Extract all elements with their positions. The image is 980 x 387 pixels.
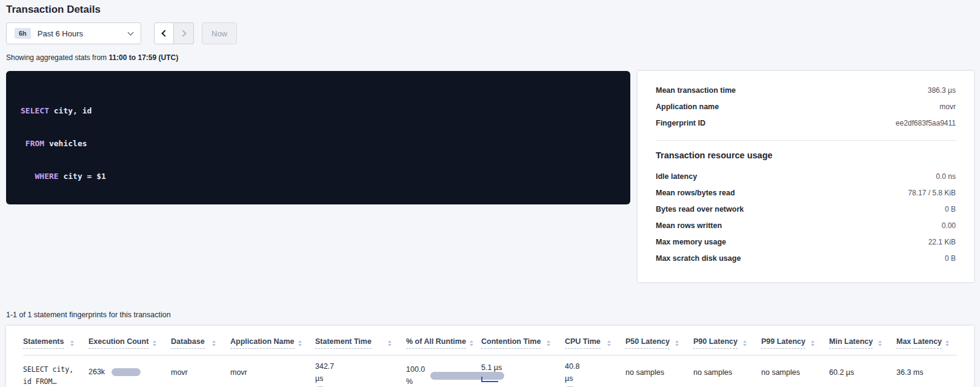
statement-time-value: 342.7 [315,360,406,372]
column-header-cpu-time[interactable]: CPU Time [565,337,601,349]
summary-row-fingerprint-id: Fingerprint ID ee2df683f5aa9411 [656,115,956,131]
chevron-down-icon [128,29,134,35]
caption-range: 11:00 to 17:59 (UTC) [108,53,178,62]
sql-line: WHERE city = $1 [21,171,616,182]
summary-row-application-name: Application name movr [656,98,956,115]
sort-icon[interactable] [470,340,473,346]
now-button[interactable]: Now [202,22,237,44]
execution-count-cell: 263k [88,355,171,376]
time-range-badge: 6h [15,28,31,39]
sort-icon[interactable] [70,340,74,346]
resource-row-idle-latency: Idle latency 0.0 ns [656,168,956,184]
table-header-row: Statements Execution Count Database Appl… [23,327,957,355]
chevron-left-icon [161,30,168,36]
time-controls: 6h Past 6 Hours Now [6,22,974,44]
sort-icon[interactable] [945,340,949,346]
column-header-statement-time[interactable]: Statement Time [315,337,372,349]
database-cell: movr [171,355,230,377]
resource-value: 0.00 [942,221,956,230]
transaction-details-page: Transaction Details 6h Past 6 Hours Now … [0,0,980,387]
column-header-p50-latency[interactable]: P50 Latency [625,337,670,349]
column-header-contention-time[interactable]: Contention Time [481,337,541,349]
column-header-p99-latency[interactable]: P99 Latency [761,337,805,349]
sort-icon[interactable] [878,340,882,346]
caption-prefix: Showing aggregated stats from [6,53,108,62]
cpu-time-value: 40.8 [565,360,625,372]
execution-count-value: 263k [88,368,105,376]
statements-table: Statements Execution Count Database Appl… [23,327,957,387]
summary-label: Application name [656,103,719,111]
sort-icon[interactable] [743,340,747,346]
sort-icon[interactable] [388,340,392,346]
resource-value: 0.0 ns [936,172,956,181]
max-latency-cell: 36.3 ms [896,355,957,377]
resource-value: 22.1 KiB [928,238,956,246]
column-header-max-latency[interactable]: Max Latency [896,337,942,349]
summary-value: ee2df683f5aa9411 [896,119,956,127]
percent-runtime-value: 100.0 [406,363,425,375]
column-header-min-latency[interactable]: Min Latency [829,337,873,349]
statement-fingerprints-caption: 1-1 of 1 statement fingerprints for this… [6,311,974,319]
sql-indent [21,172,35,181]
statement-time-unit: µs [315,372,406,385]
resource-usage-heading: Transaction resource usage [656,150,956,160]
sort-icon[interactable] [298,340,302,346]
application-name-cell: movr [230,355,315,377]
summary-row-mean-transaction-time: Mean transaction time 386.3 µs [656,82,956,98]
sql-line: SELECT city, id [21,106,616,116]
contention-time-cell: 5.1 µs [481,355,565,382]
resource-label: Max memory usage [656,238,726,246]
resource-label: Mean rows written [656,221,722,230]
aggregated-stats-caption: Showing aggregated stats from 11:00 to 1… [6,53,974,62]
sql-text: vehicles [44,139,87,148]
column-header-statements[interactable]: Statements [23,337,64,349]
column-header-database[interactable]: Database [171,337,205,349]
sql-text: city, id [49,106,92,115]
column-header-application-name[interactable]: Application Name [230,337,295,349]
sort-icon[interactable] [153,340,156,346]
page-title: Transaction Details [6,4,974,16]
percent-runtime-unit: % [406,375,425,387]
summary-divider [656,140,956,141]
sql-line: FROM vehicles [21,138,616,149]
sql-keyword: FROM [25,139,44,148]
sql-keyword: SELECT [21,106,49,115]
resource-value: 0 B [945,205,956,214]
sort-icon[interactable] [607,340,611,346]
contention-time-value: 5.1 µs [481,363,565,372]
resource-row-bytes-read-over-network: Bytes read over network 0 B [656,201,956,217]
chevron-right-icon [179,30,186,36]
p50-latency-cell: no samples [625,355,693,377]
execution-count-bar [112,368,141,376]
column-header-percent-runtime[interactable]: % of All Runtime [406,337,466,349]
p99-latency-cell: no samples [761,355,829,377]
sql-text: city = $1 [59,172,106,181]
table-row: SELECT city,id FROM… 263k movr movr 342.… [23,355,957,387]
resource-row-mean-rows-written: Mean rows written 0.00 [656,217,956,234]
sort-icon[interactable] [547,340,550,346]
resource-value: 78.17 / 5.8 KiB [908,189,956,197]
cpu-time-unit: µs [565,372,625,385]
resource-label: Mean rows/bytes read [656,189,735,197]
sql-keyword: WHERE [35,172,58,181]
transaction-summary-card: Mean transaction time 386.3 µs Applicati… [638,71,974,282]
column-header-execution-count[interactable]: Execution Count [88,337,148,349]
time-range-dropdown[interactable]: 6h Past 6 Hours [6,22,141,44]
sort-icon[interactable] [811,340,815,346]
column-header-p90-latency[interactable]: P90 Latency [693,337,738,349]
summary-label: Mean transaction time [656,86,736,95]
contention-time-bar [481,376,499,382]
resource-row-max-scratch-disk-usage: Max scratch disk usage 0 B [656,250,956,266]
resource-row-mean-rows-bytes-read: Mean rows/bytes read 78.17 / 5.8 KiB [656,184,956,201]
sort-icon[interactable] [212,340,216,346]
sort-icon[interactable] [675,340,679,346]
statement-time-cell: 342.7 µs [315,355,406,387]
resource-label: Max scratch disk usage [656,254,741,263]
previous-interval-button[interactable] [154,22,174,44]
next-interval-button[interactable] [174,22,194,44]
time-nav-group [154,22,194,44]
statement-link[interactable]: SELECT city,id FROM… [23,355,88,387]
resource-row-max-memory-usage: Max memory usage 22.1 KiB [656,234,956,250]
statements-table-card: Statements Execution Count Database Appl… [6,326,974,387]
resource-value: 0 B [945,254,956,263]
